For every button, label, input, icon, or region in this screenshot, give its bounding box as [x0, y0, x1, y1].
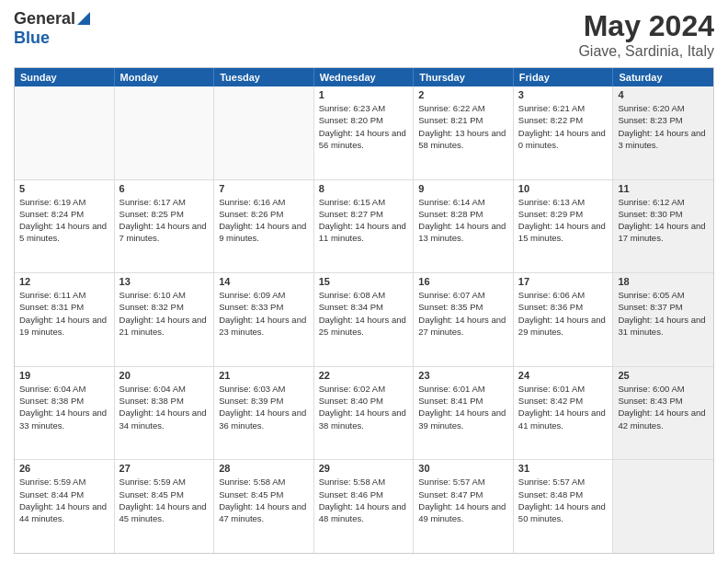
sunset-text: Sunset: 8:27 PM	[319, 208, 409, 220]
day-number: 15	[319, 276, 409, 287]
sunset-text: Sunset: 8:32 PM	[119, 301, 210, 313]
cal-cell-r2-c3: 15Sunrise: 6:08 AMSunset: 8:34 PMDayligh…	[314, 273, 415, 366]
sunset-text: Sunset: 8:34 PM	[319, 301, 409, 313]
day-number: 17	[518, 276, 609, 287]
daylight-text: Daylight: 14 hours and 36 minutes.	[219, 407, 309, 431]
day-number: 29	[319, 463, 409, 474]
sunset-text: Sunset: 8:45 PM	[219, 488, 309, 500]
daylight-text: Daylight: 14 hours and 49 minutes.	[418, 500, 508, 525]
cal-cell-r4-c4: 30Sunrise: 5:57 AMSunset: 8:47 PMDayligh…	[414, 460, 514, 553]
sunset-text: Sunset: 8:30 PM	[618, 208, 709, 220]
page: General Blue May 2024 Giave, Sardinia, I…	[0, 0, 728, 563]
sunrise-text: Sunrise: 5:59 AM	[19, 476, 109, 488]
day-number: 25	[618, 370, 709, 381]
header: General Blue May 2024 Giave, Sardinia, I…	[14, 9, 714, 60]
daylight-text: Daylight: 14 hours and 19 minutes.	[19, 314, 109, 339]
calendar-row-3: 19Sunrise: 6:04 AMSunset: 8:38 PMDayligh…	[15, 367, 713, 461]
sunset-text: Sunset: 8:21 PM	[418, 114, 508, 126]
location-title: Giave, Sardinia, Italy	[578, 43, 714, 60]
day-number: 18	[618, 276, 709, 287]
daylight-text: Daylight: 14 hours and 11 minutes.	[319, 220, 409, 245]
cal-cell-r2-c6: 18Sunrise: 6:05 AMSunset: 8:37 PMDayligh…	[613, 273, 713, 366]
cal-cell-r0-c5: 3Sunrise: 6:21 AMSunset: 8:22 PMDaylight…	[514, 86, 614, 179]
calendar-header: Sunday Monday Tuesday Wednesday Thursday…	[15, 68, 713, 86]
day-number: 1	[319, 89, 409, 100]
header-thursday: Thursday	[414, 68, 514, 86]
cal-cell-r1-c0: 5Sunrise: 6:19 AMSunset: 8:24 PMDaylight…	[15, 180, 115, 273]
sunrise-text: Sunrise: 5:58 AM	[319, 476, 409, 488]
cal-cell-r3-c1: 20Sunrise: 6:04 AMSunset: 8:38 PMDayligh…	[115, 367, 215, 460]
day-number: 24	[518, 370, 609, 381]
sunrise-text: Sunrise: 6:01 AM	[518, 383, 609, 395]
day-number: 3	[518, 89, 609, 100]
cal-cell-r4-c2: 28Sunrise: 5:58 AMSunset: 8:45 PMDayligh…	[214, 460, 314, 553]
sunrise-text: Sunrise: 6:15 AM	[319, 196, 409, 208]
header-monday: Monday	[115, 68, 215, 86]
cal-cell-r4-c6	[613, 460, 713, 553]
sunset-text: Sunset: 8:22 PM	[518, 114, 609, 126]
calendar-row-1: 5Sunrise: 6:19 AMSunset: 8:24 PMDaylight…	[15, 180, 713, 274]
day-number: 5	[19, 183, 109, 194]
daylight-text: Daylight: 14 hours and 3 minutes.	[618, 127, 709, 152]
day-number: 16	[418, 276, 508, 287]
daylight-text: Daylight: 14 hours and 39 minutes.	[418, 407, 508, 431]
sunrise-text: Sunrise: 6:19 AM	[19, 196, 109, 208]
cal-cell-r1-c1: 6Sunrise: 6:17 AMSunset: 8:25 PMDaylight…	[115, 180, 215, 273]
calendar: Sunday Monday Tuesday Wednesday Thursday…	[14, 67, 714, 554]
daylight-text: Daylight: 14 hours and 17 minutes.	[618, 220, 709, 245]
day-number: 13	[119, 276, 210, 287]
sunrise-text: Sunrise: 6:01 AM	[418, 383, 508, 395]
sunset-text: Sunset: 8:24 PM	[19, 208, 109, 220]
sunset-text: Sunset: 8:47 PM	[418, 488, 508, 500]
sunset-text: Sunset: 8:37 PM	[618, 301, 709, 313]
sunrise-text: Sunrise: 6:04 AM	[119, 383, 210, 395]
calendar-row-2: 12Sunrise: 6:11 AMSunset: 8:31 PMDayligh…	[15, 273, 713, 367]
header-saturday: Saturday	[613, 68, 713, 86]
cal-cell-r3-c2: 21Sunrise: 6:03 AMSunset: 8:39 PMDayligh…	[214, 367, 314, 460]
sunset-text: Sunset: 8:41 PM	[418, 395, 508, 407]
daylight-text: Daylight: 14 hours and 38 minutes.	[319, 407, 409, 431]
cal-cell-r1-c6: 11Sunrise: 6:12 AMSunset: 8:30 PMDayligh…	[613, 180, 713, 273]
logo-triangle-icon	[77, 12, 90, 29]
sunset-text: Sunset: 8:40 PM	[319, 395, 409, 407]
title-area: May 2024 Giave, Sardinia, Italy	[578, 9, 714, 60]
cal-cell-r3-c6: 25Sunrise: 6:00 AMSunset: 8:43 PMDayligh…	[613, 367, 713, 460]
cal-cell-r1-c5: 10Sunrise: 6:13 AMSunset: 8:29 PMDayligh…	[514, 180, 614, 273]
day-number: 8	[319, 183, 409, 194]
cal-cell-r4-c5: 31Sunrise: 5:57 AMSunset: 8:48 PMDayligh…	[514, 460, 614, 553]
logo-general: General	[14, 9, 75, 29]
calendar-body: 1Sunrise: 6:23 AMSunset: 8:20 PMDaylight…	[15, 86, 713, 553]
cal-cell-r4-c0: 26Sunrise: 5:59 AMSunset: 8:44 PMDayligh…	[15, 460, 115, 553]
sunrise-text: Sunrise: 5:57 AM	[418, 476, 508, 488]
sunset-text: Sunset: 8:48 PM	[518, 488, 609, 500]
day-number: 21	[219, 370, 309, 381]
daylight-text: Daylight: 14 hours and 27 minutes.	[418, 314, 508, 339]
daylight-text: Daylight: 14 hours and 31 minutes.	[618, 314, 709, 339]
cal-cell-r0-c6: 4Sunrise: 6:20 AMSunset: 8:23 PMDaylight…	[613, 86, 713, 179]
sunset-text: Sunset: 8:45 PM	[119, 488, 210, 500]
sunset-text: Sunset: 8:46 PM	[319, 488, 409, 500]
daylight-text: Daylight: 14 hours and 7 minutes.	[119, 220, 210, 245]
daylight-text: Daylight: 14 hours and 45 minutes.	[119, 500, 210, 525]
daylight-text: Daylight: 14 hours and 5 minutes.	[19, 220, 109, 245]
cal-cell-r0-c4: 2Sunrise: 6:22 AMSunset: 8:21 PMDaylight…	[414, 86, 514, 179]
daylight-text: Daylight: 14 hours and 50 minutes.	[518, 500, 609, 525]
cal-cell-r0-c2	[214, 86, 314, 179]
cal-cell-r3-c5: 24Sunrise: 6:01 AMSunset: 8:42 PMDayligh…	[514, 367, 614, 460]
sunset-text: Sunset: 8:35 PM	[418, 301, 508, 313]
daylight-text: Daylight: 14 hours and 56 minutes.	[319, 127, 409, 152]
sunrise-text: Sunrise: 6:04 AM	[19, 383, 109, 395]
day-number: 26	[19, 463, 109, 474]
day-number: 28	[219, 463, 309, 474]
daylight-text: Daylight: 13 hours and 58 minutes.	[418, 127, 508, 152]
day-number: 14	[219, 276, 309, 287]
sunset-text: Sunset: 8:28 PM	[418, 208, 508, 220]
sunset-text: Sunset: 8:44 PM	[19, 488, 109, 500]
day-number: 30	[418, 463, 508, 474]
sunset-text: Sunset: 8:38 PM	[19, 395, 109, 407]
sunrise-text: Sunrise: 6:11 AM	[19, 289, 109, 301]
day-number: 10	[518, 183, 609, 194]
daylight-text: Daylight: 14 hours and 9 minutes.	[219, 220, 309, 245]
day-number: 9	[418, 183, 508, 194]
cal-cell-r1-c3: 8Sunrise: 6:15 AMSunset: 8:27 PMDaylight…	[314, 180, 415, 273]
